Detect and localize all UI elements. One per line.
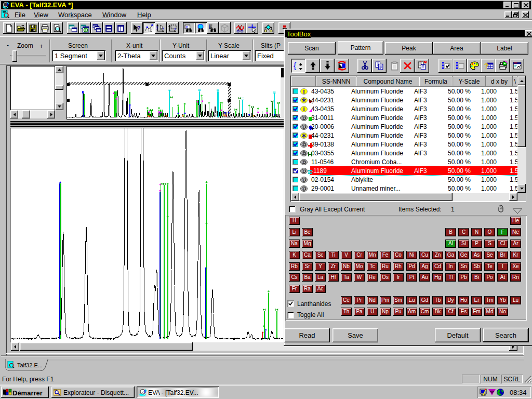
svg-text:D: D <box>303 142 306 147</box>
svg-text:?: ? <box>484 62 488 70</box>
svg-text:D: D <box>303 187 306 191</box>
svg-text:D: D <box>303 151 306 156</box>
svg-text:D: D <box>303 160 306 165</box>
svg-text:D: D <box>303 169 306 174</box>
svg-text:{: { <box>294 61 297 70</box>
svg-text:?: ? <box>137 24 141 31</box>
svg-text:D: D <box>303 116 306 121</box>
svg-text:I: I <box>303 107 305 112</box>
svg-text:x: x <box>175 26 177 30</box>
svg-text:D: D <box>303 125 306 129</box>
svg-text:I: I <box>303 89 305 95</box>
svg-text:D: D <box>303 178 306 182</box>
